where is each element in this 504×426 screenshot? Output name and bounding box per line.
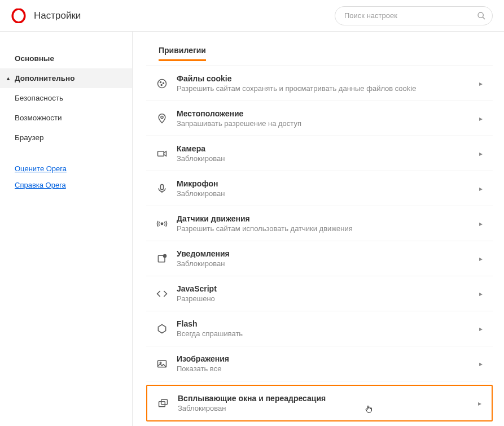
svg-line-2: [483, 17, 485, 19]
row-microphone[interactable]: Микрофон Заблокирован ▸: [146, 171, 493, 206]
sidebar-item-label: Основные: [15, 54, 54, 63]
chevron-right-icon: ▸: [479, 220, 485, 228]
chevron-right-icon: ▸: [479, 360, 485, 368]
row-title: Всплывающие окна и переадресация: [178, 394, 478, 403]
row-sub: Всегда спрашивать: [177, 329, 479, 338]
chevron-right-icon: ▸: [479, 115, 485, 123]
page-title: Настройки: [34, 10, 335, 21]
row-title: Датчики движения: [177, 214, 479, 223]
svg-point-0: [12, 9, 25, 23]
sidebar-item-advanced[interactable]: ▴ Дополнительно: [0, 68, 132, 88]
opera-logo-icon: [11, 8, 26, 23]
privileges-list: Файлы cookie Разрешить сайтам сохранять …: [146, 66, 493, 421]
cookie-icon: [152, 78, 172, 89]
motion-sensor-icon: [152, 218, 172, 229]
search-icon: [477, 11, 486, 20]
row-title: Изображения: [177, 354, 479, 363]
svg-point-1: [478, 12, 483, 18]
sidebar-item-browser[interactable]: Браузер: [0, 128, 132, 147]
row-title: Местоположение: [177, 109, 479, 118]
sidebar-item-label: Возможности: [15, 114, 62, 122]
row-sub: Запрашивать разрешение на доступ: [177, 119, 479, 128]
chevron-right-icon: ▸: [479, 185, 485, 193]
row-sub: Показать все: [177, 364, 479, 373]
row-sub: Заблокирован: [177, 189, 479, 198]
svg-point-4: [160, 81, 161, 82]
row-flash[interactable]: Flash Всегда спрашивать ▸: [146, 311, 493, 346]
chevron-right-icon: ▸: [478, 399, 484, 407]
svg-point-3: [158, 79, 166, 88]
microphone-icon: [152, 183, 172, 194]
row-title: Файлы cookie: [177, 74, 479, 83]
caret-up-icon: ▴: [7, 75, 12, 81]
camera-icon: [152, 148, 172, 159]
sidebar-item-security[interactable]: Безопасность: [0, 88, 132, 108]
chevron-right-icon: ▸: [479, 150, 485, 158]
row-sub: Заблокирован: [177, 154, 479, 163]
flash-icon: [152, 323, 172, 334]
svg-rect-16: [161, 399, 168, 404]
row-cookies[interactable]: Файлы cookie Разрешить сайтам сохранять …: [146, 66, 493, 101]
row-title: Flash: [177, 319, 479, 328]
content: Привилегии Файлы cookie Разрешить сайтам…: [133, 32, 504, 426]
svg-point-6: [161, 84, 162, 85]
link-help-opera[interactable]: Справка Opera: [15, 181, 132, 189]
row-sub: Заблокирован: [177, 259, 479, 268]
chevron-right-icon: ▸: [479, 325, 485, 333]
sidebar-item-label: Браузер: [15, 133, 44, 142]
row-popups[interactable]: Всплывающие окна и переадресация Заблоки…: [146, 385, 493, 421]
row-title: JavaScript: [177, 284, 479, 293]
chevron-right-icon: ▸: [479, 255, 485, 263]
sidebar-item-features[interactable]: Возможности: [0, 108, 132, 128]
popup-icon: [153, 398, 173, 409]
sidebar-item-basic[interactable]: Основные: [0, 49, 132, 68]
row-sub: Разрешить сайтам использовать датчики дв…: [177, 224, 479, 233]
sidebar: Основные ▴ Дополнительно Безопасность Во…: [0, 32, 133, 426]
location-icon: [152, 113, 172, 124]
svg-rect-8: [158, 151, 164, 155]
row-title: Уведомления: [177, 249, 479, 258]
search-container: [335, 6, 493, 25]
link-rate-opera[interactable]: Оцените Opera: [15, 164, 132, 173]
chevron-right-icon: ▸: [479, 290, 485, 298]
row-camera[interactable]: Камера Заблокирован ▸: [146, 136, 493, 171]
svg-rect-9: [161, 184, 164, 189]
svg-point-12: [164, 254, 166, 257]
svg-point-10: [161, 223, 163, 224]
section-title: Привилегии: [159, 46, 206, 61]
svg-point-7: [161, 116, 163, 118]
header: Настройки: [0, 0, 504, 32]
row-javascript[interactable]: JavaScript Разрешено ▸: [146, 276, 493, 311]
svg-point-5: [163, 82, 164, 84]
row-motion-sensors[interactable]: Датчики движения Разрешить сайтам исполь…: [146, 206, 493, 241]
sidebar-item-label: Дополнительно: [15, 74, 75, 82]
notification-icon: [152, 253, 172, 264]
row-sub: Разрешено: [177, 294, 479, 303]
row-title: Камера: [177, 144, 479, 153]
row-images[interactable]: Изображения Показать все ▸: [146, 346, 493, 381]
image-icon: [152, 358, 172, 370]
row-sub: Разрешить сайтам сохранять и просматрива…: [177, 84, 479, 93]
row-location[interactable]: Местоположение Запрашивать разрешение на…: [146, 101, 493, 136]
row-sub: Заблокирован: [178, 404, 478, 412]
row-notifications[interactable]: Уведомления Заблокирован ▸: [146, 241, 493, 276]
chevron-right-icon: ▸: [479, 80, 485, 88]
sidebar-item-label: Безопасность: [15, 94, 63, 102]
search-input[interactable]: [335, 6, 493, 25]
row-title: Микрофон: [177, 179, 479, 188]
code-icon: [152, 288, 172, 299]
